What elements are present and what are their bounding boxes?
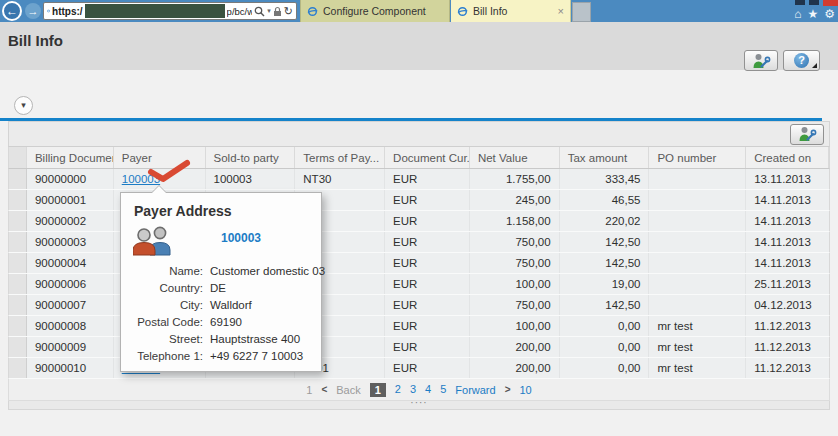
customers-icon <box>133 225 173 256</box>
red-checkmark-annotation <box>146 159 192 185</box>
cell-tax-amount: 142,50 <box>560 295 650 315</box>
browser-back-button[interactable]: ← <box>2 1 22 21</box>
window-maximize-button[interactable] <box>809 0 819 5</box>
cell-net-value: 200,00 <box>470 358 560 378</box>
pagination-page-link[interactable]: 2 <box>395 383 401 397</box>
row-selector[interactable] <box>9 253 27 273</box>
field-label: Telephone 1: <box>121 348 203 365</box>
row-selector[interactable] <box>9 232 27 252</box>
cell-net-value: 750,00 <box>470 253 560 273</box>
cell-created-on: 14.11.2013 <box>746 211 829 231</box>
popup-field-row: Telephone 1:+49 6227 7 10003 <box>121 348 313 365</box>
cell-po-number <box>649 253 746 273</box>
pagination-current-page[interactable]: 1 <box>370 383 386 397</box>
popup-field-row: Country:DE <box>121 280 313 297</box>
column-header-terms[interactable]: Terms of Pay... <box>295 147 385 168</box>
cell-currency: EUR <box>385 253 470 273</box>
row-selector[interactable] <box>9 337 27 357</box>
column-header-billing-document[interactable]: Billing Document <box>27 147 114 168</box>
column-header-currency[interactable]: Document Cur... <box>385 147 470 168</box>
cell-billing-document: 90000010 <box>27 358 114 378</box>
pagination-back[interactable]: Back <box>336 384 360 396</box>
new-tab-button[interactable] <box>572 2 591 22</box>
cell-po-number: mr test <box>649 358 746 378</box>
cell-created-on: 11.12.2013 <box>746 337 829 357</box>
cell-tax-amount: 46,55 <box>560 190 650 210</box>
browser-chrome: ← → https:/ p/bc/webdynpro/sap/zte ▾ ↻ <box>0 0 838 22</box>
tab-bill-info[interactable]: Bill Info × <box>451 0 571 22</box>
help-button[interactable]: ? <box>783 50 820 71</box>
popup-title: Payer Address <box>134 203 232 219</box>
row-selector[interactable] <box>9 358 27 378</box>
pagination-page-link[interactable]: 3 <box>410 383 416 397</box>
refresh-icon[interactable]: ↻ <box>284 6 293 17</box>
cell-net-value: 100,00 <box>470 316 560 336</box>
forward-arrow-icon[interactable]: > <box>505 384 511 395</box>
window-minimize-button[interactable] <box>795 0 805 5</box>
column-header-tax-amount[interactable]: Tax amount <box>560 147 650 168</box>
field-value: Walldorf <box>210 297 252 314</box>
back-arrow-icon: < <box>321 384 327 395</box>
field-label: Country: <box>121 280 203 297</box>
help-icon: ? <box>794 53 809 68</box>
select-all-cell[interactable] <box>9 147 27 168</box>
column-header-sold-to-party[interactable]: Sold-to party <box>206 147 296 168</box>
grip-dots-icon: ···· <box>410 397 427 408</box>
cell-currency: EUR <box>385 169 470 189</box>
cell-currency: EUR <box>385 274 470 294</box>
row-selector[interactable] <box>9 274 27 294</box>
favorites-icon[interactable]: ★ <box>807 7 818 21</box>
popup-customer-link[interactable]: 100003 <box>221 231 261 245</box>
tools-icon[interactable]: ⚙ <box>824 7 835 21</box>
tab-configure-component[interactable]: Configure Component <box>300 0 450 22</box>
cell-terms: NT30 <box>295 169 385 189</box>
address-bar[interactable]: https:/ p/bc/webdynpro/sap/zte ▾ ↻ <box>43 2 297 20</box>
cell-po-number: mr test <box>649 316 746 336</box>
cell-po-number <box>649 274 746 294</box>
row-selector[interactable] <box>9 190 27 210</box>
cell-po-number <box>649 211 746 231</box>
table-resize-grip[interactable]: ···· <box>8 401 830 410</box>
back-icon: ← <box>6 4 18 18</box>
column-header-created-on[interactable]: Created on <box>746 147 829 168</box>
home-icon[interactable]: ⌂ <box>794 7 801 21</box>
row-selector[interactable] <box>9 295 27 315</box>
field-label: Name: <box>121 263 203 280</box>
cell-created-on: 11.12.2013 <box>746 358 829 378</box>
cell-po-number <box>649 190 746 210</box>
cell-created-on: 04.12.2013 <box>746 295 829 315</box>
row-selector[interactable] <box>9 169 27 189</box>
cell-tax-amount: 0,00 <box>560 316 650 336</box>
pagination-page-link[interactable]: 4 <box>425 383 431 397</box>
cell-currency: EUR <box>385 358 470 378</box>
row-selector[interactable] <box>9 211 27 231</box>
cell-tax-amount: 0,00 <box>560 337 650 357</box>
page-header: Bill Info ? <box>0 22 838 70</box>
search-dropdown-icon[interactable]: ▾ <box>267 7 271 15</box>
search-icon[interactable] <box>254 6 265 17</box>
tab-close-icon[interactable]: × <box>558 6 564 17</box>
tab-label: Configure Component <box>323 5 426 17</box>
table-toolbar <box>8 121 830 147</box>
column-header-net-value[interactable]: Net Value <box>470 147 560 168</box>
cell-net-value: 200,00 <box>470 337 560 357</box>
cell-created-on: 14.11.2013 <box>746 232 829 252</box>
pagination-last-page[interactable]: 10 <box>520 384 532 396</box>
window-close-button[interactable] <box>823 0 838 6</box>
chevron-down-icon: ▾ <box>21 100 26 110</box>
cell-tax-amount: 0,00 <box>560 358 650 378</box>
collapse-panel-button[interactable]: ▾ <box>14 96 33 115</box>
browser-forward-button[interactable]: → <box>25 3 41 19</box>
personalize-button[interactable] <box>744 50 778 71</box>
cell-tax-amount: 19,00 <box>560 274 650 294</box>
pagination-page-link[interactable]: 5 <box>440 383 446 397</box>
tab-label: Bill Info <box>473 5 507 17</box>
field-label: Street: <box>121 331 203 348</box>
column-header-po-number[interactable]: PO number <box>649 147 746 168</box>
cell-net-value: 750,00 <box>470 295 560 315</box>
row-selector[interactable] <box>9 316 27 336</box>
field-label: Postal Code: <box>121 314 203 331</box>
cell-billing-document: 90000006 <box>27 274 114 294</box>
pagination-forward[interactable]: Forward <box>455 384 495 396</box>
table-settings-button[interactable] <box>790 124 824 145</box>
